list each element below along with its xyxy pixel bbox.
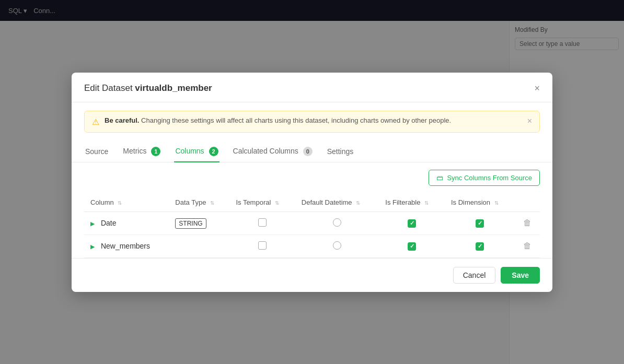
th-is-temporal-label: Is Temporal bbox=[236, 198, 271, 206]
th-column: Column ⇅ bbox=[84, 193, 169, 212]
th-is-temporal-sort-icon[interactable]: ⇅ bbox=[275, 200, 279, 206]
cancel-button[interactable]: Cancel bbox=[453, 267, 496, 284]
td-column-name-new-members: ▶ New_members bbox=[84, 234, 169, 257]
th-default-datetime: Default Datetime ⇅ bbox=[295, 193, 379, 212]
warning-text: Be careful. Changing these settings will… bbox=[105, 116, 522, 124]
th-is-filterable-sort-icon[interactable]: ⇅ bbox=[424, 200, 429, 206]
tab-settings[interactable]: Settings bbox=[326, 142, 355, 162]
td-is-temporal-date[interactable] bbox=[229, 212, 295, 234]
delete-icon-new-members[interactable]: 🗑 bbox=[523, 241, 531, 250]
th-column-label: Column bbox=[90, 198, 114, 206]
warning-icon: ⚠ bbox=[92, 117, 99, 127]
th-is-dimension-label: Is Dimension bbox=[451, 198, 490, 206]
tab-columns[interactable]: Columns 2 bbox=[174, 142, 219, 162]
row-column-label-new-members: New_members bbox=[101, 242, 150, 250]
th-actions bbox=[515, 193, 540, 212]
td-is-temporal-new-members[interactable] bbox=[229, 234, 295, 257]
columns-table-wrapper: Column ⇅ Data Type ⇅ Is Temporal ⇅ Def bbox=[72, 193, 552, 258]
edit-dataset-modal: Edit Dataset virtualdb_member × ⚠ Be car… bbox=[72, 73, 552, 292]
save-button[interactable]: Save bbox=[501, 267, 540, 284]
td-is-dimension-date[interactable] bbox=[445, 212, 515, 234]
th-data-type-sort-icon[interactable]: ⇅ bbox=[210, 200, 214, 206]
th-column-sort-icon[interactable]: ⇅ bbox=[118, 200, 122, 206]
td-is-filterable-date[interactable] bbox=[379, 212, 445, 234]
checkbox-is-filterable-date[interactable] bbox=[408, 219, 416, 228]
tab-metrics-badge: 1 bbox=[151, 147, 160, 156]
td-default-datetime-date[interactable] bbox=[295, 212, 379, 234]
columns-table: Column ⇅ Data Type ⇅ Is Temporal ⇅ Def bbox=[84, 193, 540, 258]
modal-title-prefix: Edit Dataset bbox=[84, 83, 135, 93]
sync-btn-label: Sync Columns From Source bbox=[447, 174, 532, 182]
tab-source-label: Source bbox=[85, 147, 108, 156]
modal-toolbar: 🗃 Sync Columns From Source bbox=[72, 162, 552, 193]
td-is-filterable-new-members[interactable] bbox=[379, 234, 445, 257]
th-is-dimension-sort-icon[interactable]: ⇅ bbox=[494, 200, 499, 206]
warning-banner: ⚠ Be careful. Changing these settings wi… bbox=[84, 111, 540, 133]
radio-default-datetime-new-members[interactable] bbox=[333, 241, 341, 250]
modal-footer: Cancel Save bbox=[72, 258, 552, 292]
string-badge-date: STRING bbox=[175, 218, 206, 229]
radio-default-datetime-date[interactable] bbox=[333, 218, 341, 227]
tab-source[interactable]: Source bbox=[84, 142, 109, 162]
modal-title: Edit Dataset virtualdb_member bbox=[84, 83, 212, 93]
table-header-row: Column ⇅ Data Type ⇅ Is Temporal ⇅ Def bbox=[84, 193, 540, 212]
warning-close-button[interactable]: × bbox=[527, 116, 532, 126]
th-is-temporal: Is Temporal ⇅ bbox=[229, 193, 295, 212]
table-row: ▶ New_members bbox=[84, 234, 540, 257]
checkbox-is-temporal-date[interactable] bbox=[258, 218, 267, 227]
row-expand-icon-new-members[interactable]: ▶ bbox=[90, 243, 95, 250]
row-column-label-date: Date bbox=[101, 219, 117, 227]
modal-close-button[interactable]: × bbox=[534, 84, 540, 93]
modal-overlay: Edit Dataset virtualdb_member × ⚠ Be car… bbox=[0, 0, 624, 364]
checkbox-is-filterable-new-members[interactable] bbox=[408, 242, 416, 251]
table-row: ▶ Date STRING bbox=[84, 212, 540, 234]
td-data-type-new-members bbox=[169, 234, 229, 257]
td-default-datetime-new-members[interactable] bbox=[295, 234, 379, 257]
tab-columns-label: Columns bbox=[175, 147, 204, 155]
td-column-name-date: ▶ Date bbox=[84, 212, 169, 234]
td-delete-new-members[interactable]: 🗑 bbox=[515, 234, 540, 257]
modal-header: Edit Dataset virtualdb_member × bbox=[72, 73, 552, 102]
th-data-type: Data Type ⇅ bbox=[169, 193, 229, 212]
td-delete-date[interactable]: 🗑 bbox=[515, 212, 540, 234]
checkbox-is-dimension-new-members[interactable] bbox=[476, 242, 484, 251]
row-expand-icon-date[interactable]: ▶ bbox=[90, 220, 95, 227]
sync-columns-button[interactable]: 🗃 Sync Columns From Source bbox=[429, 170, 540, 186]
tab-metrics-label: Metrics bbox=[123, 147, 146, 155]
warning-bold: Be careful. bbox=[105, 116, 139, 124]
th-is-filterable-label: Is Filterable bbox=[385, 198, 420, 206]
tab-calculated-columns[interactable]: Calculated Columns 0 bbox=[232, 142, 314, 162]
checkbox-is-dimension-date[interactable] bbox=[476, 219, 484, 228]
td-is-dimension-new-members[interactable] bbox=[445, 234, 515, 257]
th-is-dimension: Is Dimension ⇅ bbox=[445, 193, 515, 212]
delete-icon-date[interactable]: 🗑 bbox=[523, 218, 531, 227]
th-is-filterable: Is Filterable ⇅ bbox=[379, 193, 445, 212]
tab-calculated-columns-label: Calculated Columns bbox=[233, 147, 298, 155]
td-data-type-date: STRING bbox=[169, 212, 229, 234]
checkbox-is-temporal-new-members[interactable] bbox=[258, 241, 267, 250]
th-data-type-label: Data Type bbox=[175, 198, 206, 206]
tab-settings-label: Settings bbox=[327, 147, 354, 156]
sync-icon: 🗃 bbox=[436, 174, 443, 182]
modal-tabs: Source Metrics 1 Columns 2 Calculated Co… bbox=[72, 141, 552, 162]
tab-metrics[interactable]: Metrics 1 bbox=[122, 142, 161, 162]
th-default-datetime-sort-icon[interactable]: ⇅ bbox=[356, 200, 360, 206]
modal-title-name: virtualdb_member bbox=[135, 83, 212, 93]
warning-message: Changing these settings will affect all … bbox=[139, 116, 451, 124]
tab-calculated-columns-badge: 0 bbox=[303, 147, 313, 156]
th-default-datetime-label: Default Datetime bbox=[302, 198, 352, 206]
tab-columns-badge: 2 bbox=[209, 147, 218, 156]
